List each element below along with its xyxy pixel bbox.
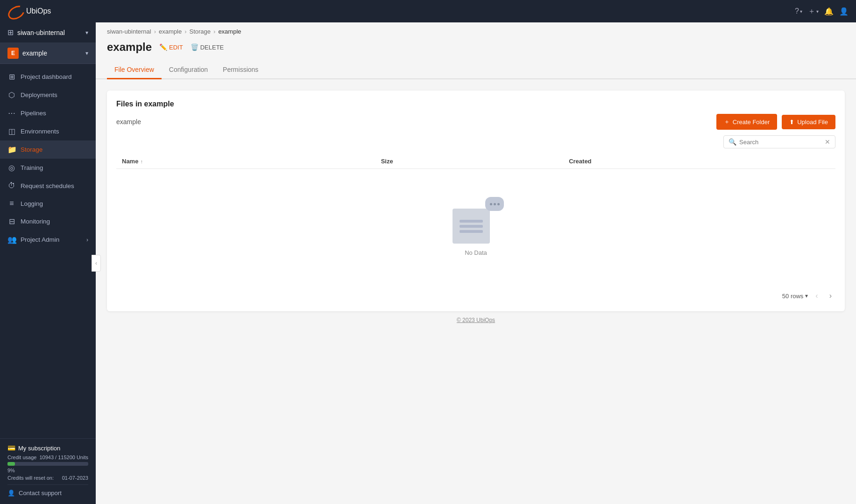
- sidebar-label: Training: [21, 164, 88, 171]
- edit-icon: ✏️: [159, 43, 167, 51]
- logo-icon: [7, 7, 22, 16]
- upload-file-label: Upload File: [797, 119, 828, 126]
- edit-label: EDIT: [169, 44, 183, 51]
- sidebar-item-storage[interactable]: 📁 Storage: [0, 140, 96, 159]
- col-name: Name ↑: [116, 154, 375, 169]
- subscription-title: 💳 My subscription: [7, 444, 88, 452]
- logging-icon: ≡: [7, 199, 16, 208]
- bubble-dot-1: [490, 203, 492, 205]
- sidebar-item-pipelines[interactable]: ⋯ Pipelines: [0, 104, 96, 122]
- sidebar-nav: ⊞ Project dashboard ⬡ Deployments ⋯ Pipe…: [0, 64, 96, 438]
- clear-search-icon[interactable]: ✕: [825, 138, 830, 146]
- contact-support-link[interactable]: 👤 Contact support: [7, 484, 88, 498]
- credit-bar-bg: [7, 462, 88, 466]
- profile-button[interactable]: 👤: [839, 7, 849, 16]
- files-table: Name ↑ Size Created: [116, 154, 835, 169]
- content-area: Files in example example ＋ Create Folder…: [96, 79, 856, 504]
- credit-label: Credit usage: [7, 455, 36, 460]
- sidebar-label: Environments: [21, 128, 88, 135]
- sort-asc-icon: ↑: [140, 159, 143, 164]
- help-button[interactable]: ? ▾: [795, 7, 802, 15]
- sidebar-collapse-button[interactable]: ‹: [92, 255, 101, 272]
- doc-line-1: [460, 220, 483, 223]
- project-name: example: [22, 49, 47, 57]
- next-page-button[interactable]: ›: [826, 290, 835, 302]
- sidebar-label: Project Admin: [21, 236, 82, 243]
- project-selector[interactable]: E example ▾: [0, 43, 96, 64]
- footer-copyright[interactable]: © 2023 UbiOps: [457, 317, 495, 323]
- sidebar-item-request-schedules[interactable]: ⏱ Request schedules: [0, 177, 96, 195]
- sidebar-item-monitoring[interactable]: ⊟ Monitoring: [0, 212, 96, 231]
- credit-bar-fill: [7, 462, 15, 466]
- user-icon: 👤: [839, 7, 849, 16]
- sidebar-label: Pipelines: [21, 110, 88, 117]
- no-data-area: No Data: [116, 169, 835, 284]
- doc-line-2: [460, 225, 483, 228]
- delete-button[interactable]: 🗑️ DELETE: [191, 43, 224, 51]
- page-title: example: [107, 41, 152, 54]
- org-selector[interactable]: ⊞ siwan-ubinternal ▾: [0, 22, 96, 43]
- sidebar-label: Request schedules: [21, 182, 88, 189]
- sidebar-item-deployments[interactable]: ⬡ Deployments: [0, 86, 96, 104]
- no-data-doc-icon: [453, 209, 490, 244]
- notifications-button[interactable]: 🔔: [824, 7, 834, 16]
- credit-reset-date: 01-07-2023: [62, 475, 88, 481]
- help-icon: ?: [795, 7, 799, 15]
- admin-chevron-icon: ›: [86, 237, 88, 243]
- page-header: example ✏️ EDIT 🗑️ DELETE: [96, 39, 856, 61]
- rows-per-page-selector[interactable]: 50 rows ▾: [782, 293, 808, 300]
- tab-file-overview[interactable]: File Overview: [107, 61, 162, 79]
- name-sort-button[interactable]: Name ↑: [122, 158, 370, 165]
- breadcrumb: siwan-ubinternal › example › Storage › e…: [96, 22, 856, 39]
- table-header: Name ↑ Size Created: [116, 154, 835, 169]
- tab-permissions[interactable]: Permissions: [215, 61, 266, 79]
- files-path-row: example ＋ Create Folder ⬆ Upload File: [116, 114, 835, 130]
- sidebar-item-environments[interactable]: ◫ Environments: [0, 122, 96, 140]
- files-current-path: example: [116, 118, 141, 126]
- col-size: Size: [375, 154, 564, 169]
- upload-icon: ⬆: [789, 119, 794, 126]
- main-wrapper: ⊞ siwan-ubinternal ▾ E example ▾ ⊞ Proje…: [0, 22, 856, 504]
- no-data-illustration: [448, 197, 504, 244]
- sidebar-label: Project dashboard: [21, 73, 88, 80]
- project-chevron-icon: ▾: [85, 50, 88, 56]
- search-input[interactable]: [739, 139, 822, 146]
- sidebar-item-project-dashboard[interactable]: ⊞ Project dashboard: [0, 68, 96, 86]
- prev-page-button[interactable]: ‹: [812, 290, 821, 302]
- breadcrumb-storage[interactable]: Storage: [190, 28, 211, 35]
- upload-file-button[interactable]: ⬆ Upload File: [782, 115, 835, 129]
- sidebar-item-project-admin[interactable]: 👥 Project Admin ›: [0, 231, 96, 249]
- add-button[interactable]: ＋ ▾: [808, 7, 819, 16]
- doc-line-3: [460, 230, 483, 233]
- sidebar-item-training[interactable]: ◎ Training: [0, 159, 96, 177]
- org-grid-icon: ⊞: [7, 28, 14, 37]
- sidebar-label: Monitoring: [21, 218, 88, 225]
- top-nav: UbiOps ? ▾ ＋ ▾ 🔔 👤: [0, 0, 856, 22]
- breadcrumb-project[interactable]: example: [159, 28, 182, 35]
- org-chevron-icon: ▾: [85, 29, 88, 36]
- top-nav-actions: ? ▾ ＋ ▾ 🔔 👤: [795, 7, 849, 16]
- create-folder-button[interactable]: ＋ Create Folder: [716, 114, 777, 130]
- credit-pct: 9%: [7, 468, 88, 473]
- breadcrumb-org[interactable]: siwan-ubinternal: [107, 28, 151, 35]
- tab-configuration[interactable]: Configuration: [162, 61, 215, 79]
- pagination-row: 50 rows ▾ ‹ ›: [116, 284, 835, 302]
- org-name: siwan-ubinternal: [17, 29, 65, 36]
- pipelines-icon: ⋯: [7, 109, 16, 118]
- sidebar-label: Deployments: [21, 91, 88, 98]
- bubble-dot-3: [497, 203, 500, 205]
- sidebar-item-logging[interactable]: ≡ Logging: [0, 195, 96, 212]
- edit-button[interactable]: ✏️ EDIT: [159, 43, 183, 51]
- credit-reset-row: Credits will reset on: 01-07-2023: [7, 475, 88, 481]
- breadcrumb-sep-2: ›: [184, 28, 186, 35]
- help-chevron: ▾: [800, 9, 802, 14]
- sidebar: ⊞ siwan-ubinternal ▾ E example ▾ ⊞ Proje…: [0, 22, 96, 504]
- credit-value: 10943 / 115200 Units: [39, 455, 88, 460]
- contact-support-label: Contact support: [19, 490, 62, 497]
- delete-label: DELETE: [200, 44, 224, 51]
- subscription-panel: 💳 My subscription Credit usage 10943 / 1…: [0, 438, 96, 504]
- footer: © 2023 UbiOps: [107, 311, 845, 329]
- rows-per-page-label: 50 rows: [782, 293, 804, 300]
- files-panel: Files in example example ＋ Create Folder…: [107, 91, 845, 311]
- credit-usage-row: Credit usage 10943 / 115200 Units: [7, 455, 88, 460]
